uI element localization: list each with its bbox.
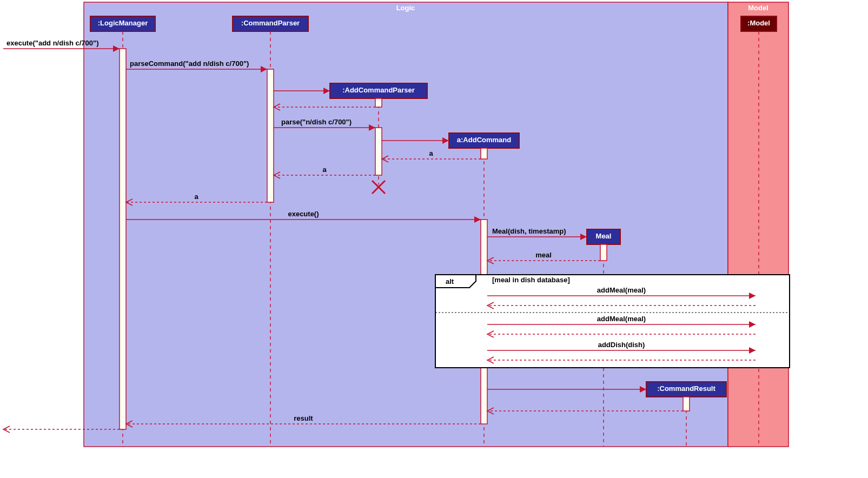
lifeline-model-label: :Model [747,19,770,27]
frame-model-label: Model [748,4,768,12]
sequence-diagram: Logic Model :LogicManager :CommandParser… [0,0,868,478]
msg-meal-ctor-label: Meal(dish, timestamp) [492,227,566,235]
msg-execute-in-label: execute("add n/dish c/700") [6,39,99,47]
msg-addmeal-2-label: addMeal(meal) [597,315,646,323]
lifeline-commandresult-label: :CommandResult [657,384,715,393]
lifeline-meal-label: Meal [596,232,612,240]
activation-commandparser [267,69,274,202]
lifeline-commandparser-label: :CommandParser [241,19,300,27]
msg-adddish-label: addDish(dish) [598,341,645,349]
alt-label: alt [446,277,454,286]
msg-ret-a1-label: a [429,149,433,157]
msg-addmeal-1-label: addMeal(meal) [597,286,646,294]
lifeline-logicmanager-label: :LogicManager [98,19,148,27]
lifeline-addcommandparser-label: :AddCommandParser [342,86,415,94]
alt-tab [435,275,476,288]
activation-logicmanager [120,49,126,429]
activation-meal [600,244,607,261]
activation-addcommandparser-1 [375,98,382,107]
frame-logic-label: Logic [396,4,415,12]
msg-parsecommand-label: parseCommand("add n/dish c/700") [130,59,249,68]
msg-ret-a3-label: a [194,192,198,201]
lifeline-addcommand-label: a:AddCommand [457,136,511,144]
msg-execute-label: execute() [288,210,319,218]
msg-ret-a2-label: a [322,165,327,174]
msg-result-label: result [294,414,313,422]
activation-addcommandparser-2 [375,128,382,175]
activation-addcommand-1 [481,148,487,159]
activation-commandresult [683,397,690,411]
frame-model-bg [728,2,789,447]
alt-guard: [meal in dish database] [492,276,570,284]
msg-parse-label: parse("n/dish c/700") [281,118,352,126]
msg-ret-meal-label: meal [535,251,552,259]
